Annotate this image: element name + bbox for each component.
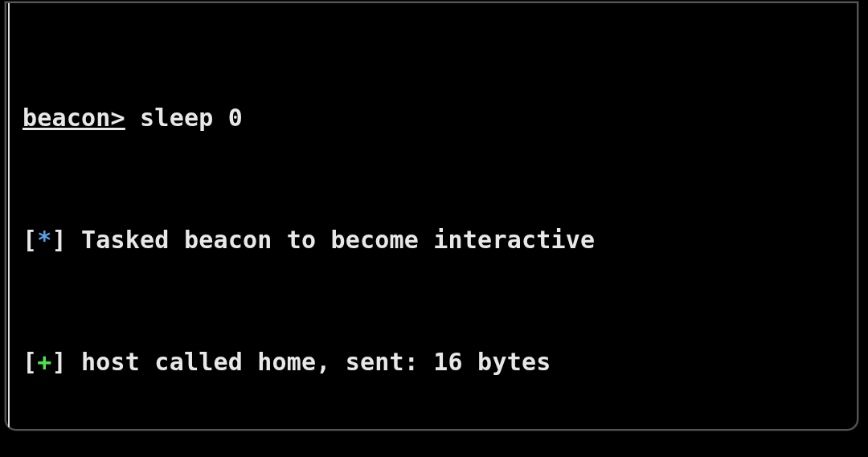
- terminal-line: [+] host called home, sent: 16 bytes: [23, 347, 849, 377]
- marker-bracket-left: [: [23, 226, 37, 254]
- terminal-line: beacon> sleep 0: [23, 103, 849, 133]
- marker-bracket-right: ]: [52, 348, 67, 376]
- terminal-window: beacon> sleep 0 [*] Tasked beacon to bec…: [5, 2, 858, 430]
- marker-star: *: [37, 226, 51, 254]
- info-text: Tasked beacon to become interactive: [67, 226, 595, 254]
- terminal-line: [*] Tasked beacon to become interactive: [23, 225, 849, 255]
- terminal-output[interactable]: beacon> sleep 0 [*] Tasked beacon to bec…: [14, 11, 849, 457]
- success-text: host called home, sent: 16 bytes: [67, 348, 551, 376]
- marker-bracket-right: ]: [52, 226, 67, 254]
- command-text: sleep 0: [125, 104, 243, 132]
- marker-bracket-left: [: [23, 348, 37, 376]
- marker-plus: +: [37, 348, 51, 376]
- window-left-edge: [8, 3, 10, 427]
- prompt: beacon>: [23, 104, 125, 132]
